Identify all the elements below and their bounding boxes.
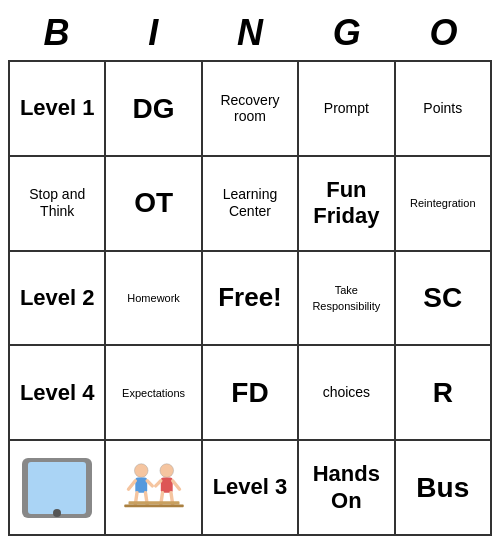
letter-i: I [105,8,202,58]
cell-text-r1-c3: Fun Friday [313,177,379,228]
kids-image-container [110,445,196,530]
cell-r2-c2: Free! [202,251,298,346]
cell-text-r3-c4: R [433,377,453,408]
cell-r0-c2: Recovery room [202,61,298,156]
cell-r2-c4: SC [395,251,491,346]
cell-r3-c1: Expectations [105,345,201,440]
cell-r2-c0: Level 2 [9,251,105,346]
cell-text-r1-c1: OT [134,187,173,218]
cell-text-r3-c2: FD [231,377,268,408]
cell-text-r1-c0: Stop and Think [29,186,85,219]
svg-line-2 [128,480,135,489]
svg-rect-12 [128,501,179,504]
svg-line-3 [147,480,152,485]
cell-text-r4-c4: Bus [416,472,469,503]
letter-o: O [395,8,492,58]
cell-r3-c4: R [395,345,491,440]
cell-text-r4-c2: Level 3 [213,474,288,499]
cell-text-r1-c2: Learning Center [223,186,278,219]
cell-r1-c0: Stop and Think [9,156,105,251]
cell-r3-c3: choices [298,345,394,440]
cell-text-r0-c2: Recovery room [220,92,279,125]
tablet-icon [22,458,92,518]
letter-g: G [298,8,395,58]
cell-r4-c0 [9,440,105,535]
tablet-image-container [14,445,100,530]
svg-rect-13 [124,504,184,507]
cell-r3-c0: Level 4 [9,345,105,440]
cell-r0-c4: Points [395,61,491,156]
cell-r1-c2: Learning Center [202,156,298,251]
cell-r1-c4: Reintegration [395,156,491,251]
cell-r0-c1: DG [105,61,201,156]
bingo-header: B I N G O [8,8,492,58]
cell-text-r3-c3: choices [323,384,370,400]
cell-r0-c3: Prompt [298,61,394,156]
cell-r4-c3: Hands On [298,440,394,535]
cell-text-r2-c0: Level 2 [20,285,95,310]
svg-rect-7 [160,477,172,492]
letter-b: B [8,8,105,58]
cell-text-r1-c4: Reintegration [410,197,475,209]
cell-text-r0-c1: DG [133,93,175,124]
cell-r4-c4: Bus [395,440,491,535]
cell-r0-c0: Level 1 [9,61,105,156]
svg-rect-1 [135,477,147,492]
cell-r3-c2: FD [202,345,298,440]
cell-text-r3-c1: Expectations [122,387,185,399]
cell-text-r2-c2: Free! [218,282,282,312]
cell-text-r4-c3: Hands On [313,461,380,512]
bingo-grid: Level 1DGRecovery roomPromptPointsStop a… [8,60,492,536]
svg-point-0 [134,463,148,477]
kids-icon [120,459,188,517]
cell-r1-c1: OT [105,156,201,251]
cell-text-r2-c4: SC [423,282,462,313]
cell-text-r3-c0: Level 4 [20,380,95,405]
cell-r4-c2: Level 3 [202,440,298,535]
cell-r2-c1: Homework [105,251,201,346]
cell-r4-c1 [105,440,201,535]
cell-text-r0-c4: Points [423,100,462,116]
svg-point-6 [160,463,174,477]
cell-text-r2-c3: Take Responsibility [312,284,380,312]
cell-text-r2-c1: Homework [127,292,180,304]
svg-line-9 [172,480,179,489]
cell-text-r0-c3: Prompt [324,100,369,116]
cell-r1-c3: Fun Friday [298,156,394,251]
cell-text-r0-c0: Level 1 [20,95,95,120]
svg-line-8 [155,480,160,485]
letter-n: N [202,8,299,58]
cell-r2-c3: Take Responsibility [298,251,394,346]
